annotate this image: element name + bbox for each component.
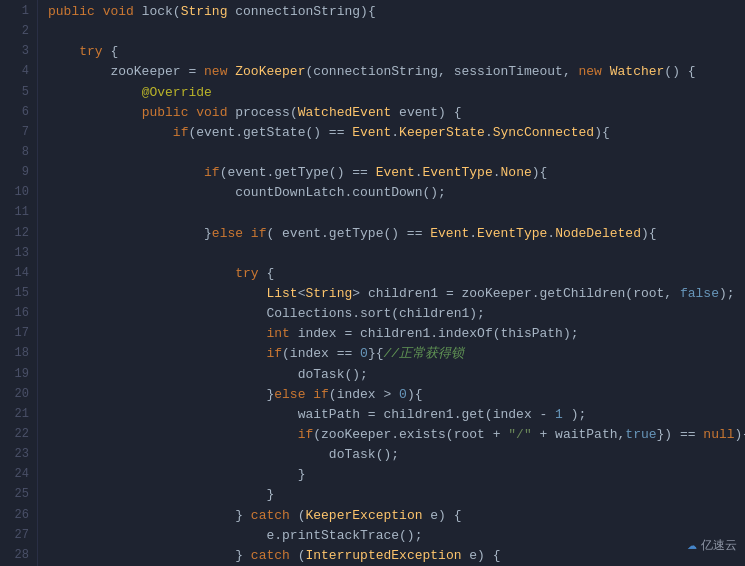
token-plain: );: [563, 407, 586, 422]
code-line: if(zooKeeper.exists(root + "/" + waitPat…: [48, 425, 745, 445]
token-type: String: [181, 4, 228, 19]
token-plain: lock(: [134, 4, 181, 19]
code-line: e.printStackTrace();: [48, 526, 745, 546]
token-plain: [48, 125, 173, 140]
line-number: 5: [0, 83, 29, 103]
line-numbers: 1234567891011121314151617181920212223242…: [0, 0, 38, 566]
token-plain: ){: [407, 387, 423, 402]
line-number: 10: [0, 183, 29, 203]
token-plain: (zooKeeper.exists(root +: [313, 427, 508, 442]
token-type: Event: [352, 125, 391, 140]
token-type: NodeDeleted: [555, 226, 641, 241]
token-kw: try: [79, 44, 102, 59]
line-number: 20: [0, 385, 29, 405]
code-line: }else if( event.getType() == Event.Event…: [48, 224, 745, 244]
token-kw: null: [703, 427, 734, 442]
line-number: 25: [0, 485, 29, 505]
code-line: } catch (KeeperException e) {: [48, 506, 745, 526]
line-number: 7: [0, 123, 29, 143]
token-plain: .: [415, 165, 423, 180]
token-kw: if: [173, 125, 189, 140]
code-line: [48, 244, 745, 264]
code-line: List<String> children1 = zooKeeper.getCh…: [48, 284, 745, 304]
token-type: SyncConnected: [493, 125, 594, 140]
token-num: 0: [399, 387, 407, 402]
token-plain: countDownLatch.countDown();: [48, 185, 446, 200]
token-plain: }: [48, 387, 274, 402]
code-line: [48, 22, 745, 42]
token-plain: + waitPath,: [532, 427, 626, 442]
code-line: countDownLatch.countDown();: [48, 183, 745, 203]
code-editor: 1234567891011121314151617181920212223242…: [0, 0, 745, 566]
line-number: 3: [0, 42, 29, 62]
token-num: 0: [360, 346, 368, 361]
line-number: 1: [0, 2, 29, 22]
token-type: Event: [430, 226, 469, 241]
token-plain: .: [391, 125, 399, 140]
token-plain: .: [469, 226, 477, 241]
line-number: 27: [0, 526, 29, 546]
token-plain: doTask();: [48, 367, 368, 382]
code-line: @Override: [48, 83, 745, 103]
line-number: 13: [0, 244, 29, 264]
token-plain: }: [48, 487, 274, 502]
token-plain: {: [259, 266, 275, 281]
line-number: 6: [0, 103, 29, 123]
token-annotation: @Override: [142, 85, 212, 100]
line-number: 17: [0, 324, 29, 344]
token-type: List: [266, 286, 297, 301]
token-plain: .: [547, 226, 555, 241]
token-plain: e) {: [462, 548, 501, 563]
code-line: } catch (InterruptedException e) {: [48, 546, 745, 566]
token-plain: [48, 266, 235, 281]
token-comment: //正常获得锁: [383, 346, 464, 361]
watermark-text: 亿速云: [701, 536, 737, 555]
token-plain: ( event.getType() ==: [266, 226, 430, 241]
token-plain: [48, 44, 79, 59]
line-number: 19: [0, 365, 29, 385]
token-plain: event) {: [391, 105, 461, 120]
token-string: "/": [508, 427, 531, 442]
token-plain: () {: [664, 64, 695, 79]
token-type: String: [305, 286, 352, 301]
line-number: 15: [0, 284, 29, 304]
token-kw: new: [204, 64, 227, 79]
token-type: None: [501, 165, 532, 180]
line-number: 9: [0, 163, 29, 183]
token-plain: );: [719, 286, 735, 301]
token-kw: if: [266, 346, 282, 361]
token-plain: (event.getState() ==: [188, 125, 352, 140]
token-collections: Collections: [266, 306, 352, 321]
code-line: Collections.sort(children1);: [48, 304, 745, 324]
token-plain: {: [103, 44, 119, 59]
token-plain: ){: [641, 226, 657, 241]
token-plain: [48, 427, 298, 442]
token-plain: [95, 4, 103, 19]
token-plain: process(: [227, 105, 297, 120]
token-plain: waitPath = children1.get(index -: [48, 407, 555, 422]
token-plain: [48, 326, 266, 341]
token-kw: else if: [212, 226, 267, 241]
token-kw: if: [298, 427, 314, 442]
token-type: Event: [376, 165, 415, 180]
token-type: Watcher: [610, 64, 665, 79]
code-line: }: [48, 485, 745, 505]
line-number: 2: [0, 22, 29, 42]
token-type: InterruptedException: [305, 548, 461, 563]
line-number: 18: [0, 344, 29, 364]
token-plain: [48, 286, 266, 301]
token-kw: catch: [251, 508, 290, 523]
token-plain: [602, 64, 610, 79]
token-type: EventType: [477, 226, 547, 241]
token-plain: e) {: [423, 508, 462, 523]
token-kw: else if: [274, 387, 329, 402]
line-number: 21: [0, 405, 29, 425]
line-number: 14: [0, 264, 29, 284]
token-kw: public: [48, 4, 95, 19]
line-number: 16: [0, 304, 29, 324]
token-kw: catch: [251, 548, 290, 563]
token-kw: if: [204, 165, 220, 180]
token-plain: ){: [594, 125, 610, 140]
token-plain: e.printStackTrace();: [48, 528, 422, 543]
token-kw: int: [266, 326, 289, 341]
